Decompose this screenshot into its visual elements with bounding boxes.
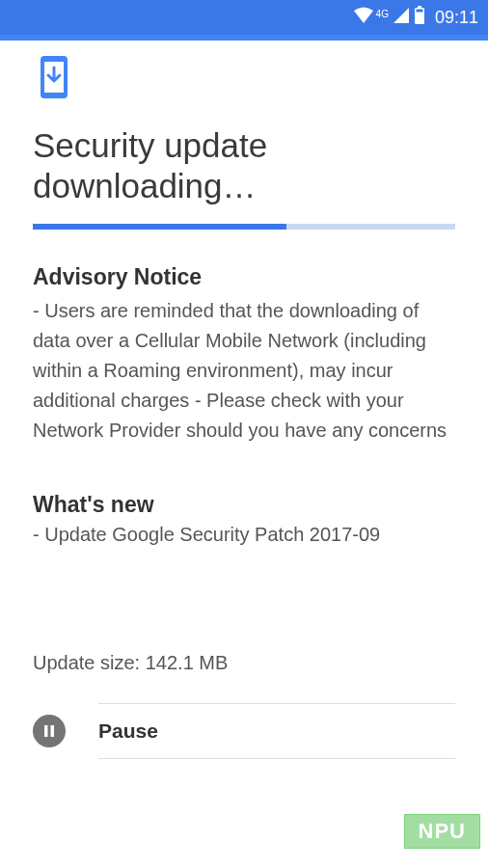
advisory-heading: Advisory Notice [33, 264, 455, 290]
download-icon [33, 58, 75, 96]
wifi-icon [353, 7, 374, 29]
status-clock: 09:11 [435, 8, 478, 28]
page-title: Security update downloading… [33, 125, 455, 206]
status-icons: 4G [353, 6, 425, 30]
pause-button[interactable] [33, 715, 66, 747]
svg-rect-6 [51, 725, 55, 737]
pause-icon [42, 724, 56, 738]
whats-new-body: - Update Google Security Patch 2017-09 [33, 524, 455, 546]
whats-new-heading: What's new [33, 492, 455, 518]
download-progress [33, 224, 455, 230]
pause-row[interactable]: Pause [98, 703, 455, 759]
cellular-signal-icon [393, 7, 410, 29]
progress-fill [33, 224, 286, 230]
update-size: Update size: 142.1 MB [33, 652, 455, 674]
svg-rect-1 [418, 6, 421, 9]
battery-icon [414, 6, 425, 30]
watermark: NPU [404, 814, 480, 849]
advisory-body: - Users are reminded that the downloadin… [33, 296, 455, 446]
status-bar: 4G 09:11 [0, 0, 488, 35]
network-label: 4G [376, 9, 389, 19]
pause-label: Pause [98, 719, 158, 743]
svg-rect-5 [44, 725, 48, 737]
svg-rect-2 [416, 9, 422, 12]
